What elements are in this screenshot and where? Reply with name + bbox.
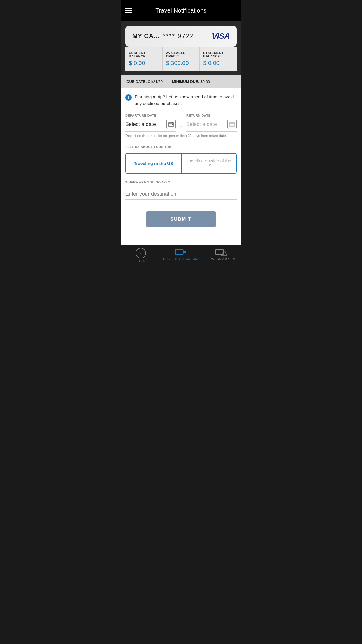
due-date-item: DUE DATE: 01/21/20 [126,79,163,84]
back-icon: ‹ [136,248,146,258]
return-date-field: RETURN DATE Select a date [186,114,237,132]
nav-lost-label: LOST OR STOLEN [208,257,235,260]
card-info: MY CA... **** 9722 [132,32,194,40]
svg-rect-6 [172,124,173,125]
svg-rect-15 [233,124,233,125]
trip-type-section: TELL US ABOUT YOUR TRIP Traveling in the… [125,145,237,174]
minimum-due-item: MINIMUM DUE: $0.00 [172,79,210,84]
svg-rect-7 [170,125,170,126]
departure-date-label: DEPARTURE DATE [125,114,176,117]
date-separator: -- [178,123,184,132]
info-text: Planning a trip? Let us know ahead of ti… [135,94,237,107]
card-name: MY CA... [132,32,159,40]
current-balance-item: CURRENT BALANCE $ 0.00 [125,47,163,71]
date-section: DEPARTURE DATE Select a date [125,114,237,138]
svg-rect-14 [232,124,232,125]
minimum-due-label: MINIMUM DUE: [172,79,199,84]
destination-input[interactable] [125,189,237,200]
trip-outside-us-button[interactable]: Traveling outside of the US [181,154,236,173]
bottom-nav: ‹ BACK TRAVEL NOTIFICATIONS ! [121,245,241,265]
trip-us-button[interactable]: Traveling in the US [125,153,182,174]
nav-back-label: BACK [136,260,145,263]
info-banner: i Planning a trip? Let us know ahead of … [125,94,237,107]
svg-rect-8 [171,125,171,126]
available-credit-label: AVAILABLE CREDIT [166,51,196,58]
nav-back[interactable]: ‹ BACK [121,248,161,263]
svg-rect-16 [231,125,231,126]
departure-date-placeholder: Select a date [125,121,166,127]
balance-row: CURRENT BALANCE $ 0.00 AVAILABLE CREDIT … [125,47,237,71]
current-balance-value: $ 0.00 [129,60,159,66]
minimum-due-value: $0.00 [201,79,210,84]
page-title: Travel Notifications [155,7,206,14]
svg-rect-17 [232,125,232,126]
due-date-value: 01/21/20 [148,79,163,84]
svg-rect-13 [231,124,231,125]
departure-calendar-icon[interactable] [166,120,176,129]
lost-or-stolen-icon: ! [215,248,227,256]
svg-rect-5 [171,124,171,125]
svg-rect-4 [170,124,170,125]
card-number: **** 9722 [163,32,194,40]
nav-travel-notifications[interactable]: TRAVEL NOTIFICATIONS [161,248,201,263]
destination-label: WHERE ARE YOU GOING ? [125,181,237,184]
info-icon: i [125,94,132,101]
date-hint: Departure date must be no greater than 3… [125,134,237,138]
current-balance-label: CURRENT BALANCE [129,51,159,58]
trip-section-label: TELL US ABOUT YOUR TRIP [125,145,237,148]
nav-travel-label: TRAVEL NOTIFICATIONS [162,257,199,260]
statement-balance-label: STATEMENT BALANCE [203,51,233,58]
statement-balance-value: $ 0.00 [203,60,233,66]
available-credit-value: $ 300.00 [166,60,196,66]
departure-date-field: DEPARTURE DATE Select a date [125,114,176,132]
svg-marker-22 [183,250,187,254]
destination-section: WHERE ARE YOU GOING ? [125,181,237,200]
return-date-label: RETURN DATE [186,114,237,117]
due-date-label: DUE DATE: [126,79,147,84]
card-network-logo: VISA [212,32,230,41]
trip-toggle: Traveling in the US Traveling outside of… [125,153,237,174]
card-section: MY CA... **** 9722 VISA CURRENT BALANCE … [121,21,241,75]
header: Travel Notifications [121,0,241,21]
svg-text:!: ! [223,252,224,255]
submit-button[interactable]: SUBMIT [146,211,216,227]
credit-card: MY CA... **** 9722 VISA [125,26,237,47]
date-row: DEPARTURE DATE Select a date [125,114,237,132]
departure-date-input-row[interactable]: Select a date [125,120,176,132]
return-calendar-icon[interactable] [227,120,237,129]
svg-rect-18 [175,249,183,255]
return-date-placeholder: Select a date [186,121,227,127]
main-content: i Planning a trip? Let us know ahead of … [121,88,241,245]
nav-lost-or-stolen[interactable]: ! LOST OR STOLEN [201,248,241,263]
available-credit-item: AVAILABLE CREDIT $ 300.00 [163,47,200,71]
hamburger-menu[interactable] [125,8,132,13]
due-date-row: DUE DATE: 01/21/20 MINIMUM DUE: $0.00 [121,75,241,88]
travel-notifications-icon [175,248,187,256]
return-date-input-row[interactable]: Select a date [186,120,237,132]
statement-balance-item: STATEMENT BALANCE $ 0.00 [200,47,237,71]
